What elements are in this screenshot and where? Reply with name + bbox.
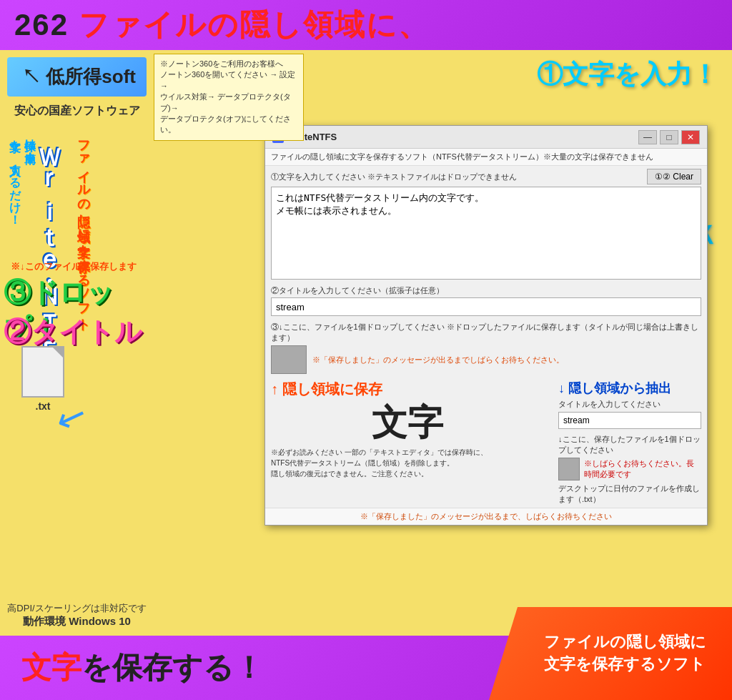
extract-title-input[interactable] [558, 412, 701, 429]
os-text: 動作環境 Windows 10 [0, 615, 154, 628]
operation-text: 操作は簡単！文字を、入力するだけ！ [7, 132, 37, 219]
extract-label: タイトルを入力してください [558, 399, 701, 410]
save-extract-section: ↑ 隠し領域に保存 文字 ※必ずお読みください 一部の「テキストエディタ」では保… [265, 377, 707, 508]
bottom-left-area: 高DPI/スケーリングは非対応です 動作環境 Windows 10 [0, 602, 154, 628]
file-icon-area: .txt [21, 346, 64, 412]
app-titlebar: W WriteNTFS — □ ✕ [265, 126, 707, 149]
app-window: W WriteNTFS — □ ✕ ファイルの隠し領域に文字を保存するソフト（N… [264, 125, 708, 526]
top-banner: 262 ファイルの隠し領域に、 [0, 0, 732, 50]
maximize-button[interactable]: □ [660, 130, 678, 144]
tagline: 安心の国産ソフトウェア [0, 104, 154, 119]
drop-area-extract[interactable] [558, 458, 580, 480]
drop-area-save[interactable] [271, 345, 307, 374]
save-left: ↑ 隠し領域に保存 文字 ※必ずお読みください 一部の「テキストエディタ」では保… [271, 380, 544, 505]
close-button[interactable]: ✕ [681, 130, 700, 144]
app-bottom-note: ※「保存しました」のメッセージが出るまで、しばらくお待ちください [265, 508, 707, 525]
drop-message-save: ※「保存しました」のメッセージが出るまでしばらくお待ちください。 [312, 355, 564, 365]
step1-section: ①文字を入力してください ※テキストファイルはドロップできません ①② Clea… [265, 166, 707, 282]
logo-text: ↖ 低所得soft [18, 64, 136, 89]
save-note: ※必ずお読みください 一部の「テキストエディタ」では保存時に、 NTFS代替デー… [271, 447, 544, 479]
app-title: WriteNTFS [290, 132, 638, 142]
bottom-banner-text: 文字を保存する！ [21, 648, 264, 688]
title-input[interactable] [271, 297, 701, 316]
window-controls: — □ ✕ [638, 130, 700, 144]
step2-label-app: ②タイトルを入力してください（拡張子は任意） [271, 285, 701, 296]
extract-note: デスクトップに日付のファイルを作成します（.txt） [558, 483, 701, 505]
minimize-button[interactable]: — [638, 130, 657, 144]
save-title: ↑ 隠し領域に保存 [271, 380, 544, 399]
save-right: ↓ 隠し領域から抽出 タイトルを入力してください ↓ここに、保存したファイルを1… [558, 380, 701, 505]
step2-section: ②タイトルを入力してください（拡張子は任意） [265, 282, 707, 319]
step3-label-app: ③↓ここに、ファイルを1個ドロップしてください ※ドロップしたファイルに保存しま… [271, 322, 701, 343]
step3-drop-label: ※↓このファイルに保存します [11, 260, 137, 273]
app-description: ファイルの隠し領域に文字を保存するソフト（NTFS代替データストリーム）※大量の… [265, 149, 707, 166]
step2-big: ②タイトル [4, 314, 142, 350]
left-sidebar: ↖ 低所得soft 安心の国産ソフトウェア 操作は簡単！文字を、入力するだけ！ … [0, 50, 154, 700]
text-input-area[interactable]: これはNTFS代替データストリーム内の文字です。 メモ帳には表示されません。 [271, 187, 701, 280]
extract-title: ↓ 隠し領域から抽出 [558, 380, 701, 397]
dpi-text: 高DPI/スケーリングは非対応です [0, 602, 154, 615]
extract-drop-msg: ※しばらくお待ちください。長時間必要です [584, 458, 701, 480]
clear-button[interactable]: ①② Clear [647, 169, 701, 184]
save-char: 文字 [271, 399, 544, 447]
file-icon [21, 346, 64, 398]
notice-box: ※ノートン360をご利用のお客様へ ノートン360を開いてください → 設定 →… [154, 54, 304, 141]
extract-drop-label: ↓ここに、保存したファイルを1個ドロップしてください [558, 434, 701, 455]
bottom-right-banner: ファイルの隠し領域に 文字を保存するソフト [489, 607, 732, 700]
logo-box: ↖ 低所得soft [7, 57, 147, 97]
step3-section: ③↓ここに、ファイルを1個ドロップしてください ※ドロップしたファイルに保存しま… [265, 319, 707, 377]
bottom-right-text-content: ファイルの隠し領域に 文字を保存するソフト [544, 631, 706, 676]
top-banner-title: 262 ファイルの隠し領域に、 [14, 5, 430, 45]
step1-label-app: ①文字を入力してください ※テキストファイルはドロップできません [271, 172, 517, 182]
step1-label: ①文字を入力！ [537, 57, 718, 92]
